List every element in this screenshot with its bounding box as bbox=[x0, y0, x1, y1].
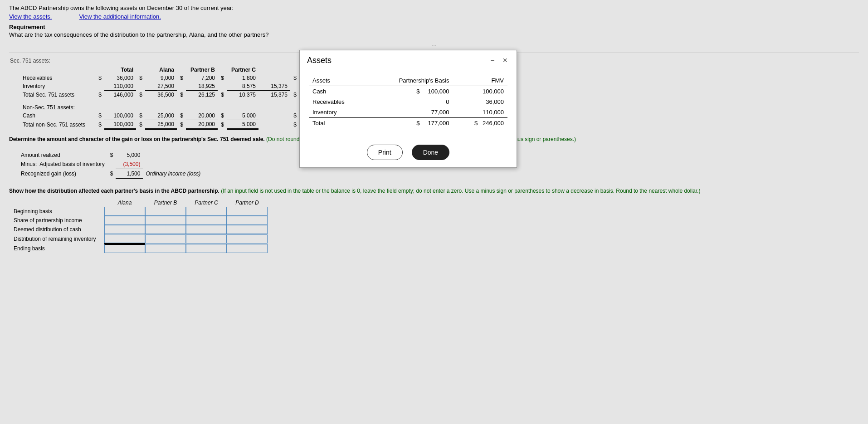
modal-inventory-label: Inventory bbox=[309, 107, 367, 118]
modal-receivables-basis: 0 bbox=[367, 97, 453, 107]
modal-row-cash: Cash $ 100,000 100,000 bbox=[309, 86, 507, 97]
modal-receivables-fmv: 36,000 bbox=[453, 97, 507, 107]
done-button[interactable]: Done bbox=[412, 145, 449, 160]
modal-inventory-fmv: 110,000 bbox=[453, 107, 507, 118]
modal-cash-basis: $ 100,000 bbox=[367, 86, 453, 97]
modal-cash-label: Cash bbox=[309, 86, 367, 97]
modal-row-receivables: Receivables 0 36,000 bbox=[309, 97, 507, 107]
modal-total-fmv: $ 246,000 bbox=[453, 118, 507, 129]
print-button[interactable]: Print bbox=[367, 145, 403, 160]
modal-total-basis: $ 177,000 bbox=[367, 118, 453, 129]
modal-row-inventory: Inventory 77,000 110,000 bbox=[309, 107, 507, 118]
modal-footer: Print Done bbox=[300, 137, 517, 167]
modal-col-assets: Assets bbox=[309, 75, 367, 86]
modal-header: Assets − × bbox=[300, 50, 517, 71]
modal-title: Assets bbox=[307, 56, 332, 65]
assets-modal: Assets − × Assets Partnership's Basis FM… bbox=[299, 50, 517, 168]
modal-assets-table: Assets Partnership's Basis FMV Cash $ 10… bbox=[309, 75, 507, 128]
modal-total-row: Total $ 177,000 $ 246,000 bbox=[309, 118, 507, 129]
modal-close-button[interactable]: × bbox=[501, 55, 509, 66]
modal-col-fmv: FMV bbox=[453, 75, 507, 86]
modal-inventory-basis: 77,000 bbox=[367, 107, 453, 118]
modal-overlay: Assets − × Assets Partnership's Basis FM… bbox=[0, 0, 868, 258]
modal-body: Assets Partnership's Basis FMV Cash $ 10… bbox=[300, 71, 517, 137]
modal-minimize-button[interactable]: − bbox=[488, 56, 496, 66]
modal-controls: − × bbox=[488, 55, 509, 66]
modal-col-basis: Partnership's Basis bbox=[367, 75, 453, 86]
modal-receivables-label: Receivables bbox=[309, 97, 367, 107]
modal-cash-fmv: 100,000 bbox=[453, 86, 507, 97]
modal-total-label: Total bbox=[309, 118, 367, 129]
